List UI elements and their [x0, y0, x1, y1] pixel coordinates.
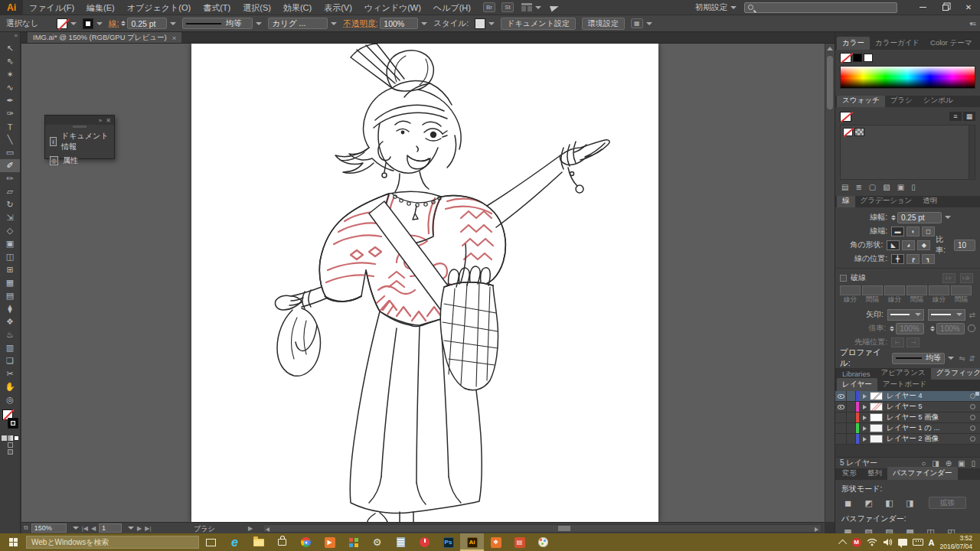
- symbol-sprayer-tool[interactable]: ♨: [0, 328, 20, 341]
- dash-gap-field[interactable]: [906, 285, 927, 295]
- target-circle-icon[interactable]: [970, 404, 975, 409]
- tab-color[interactable]: カラー: [837, 37, 870, 50]
- pen-tool[interactable]: ✒: [0, 94, 20, 107]
- layer-row[interactable]: レイヤー 1 の ...: [835, 423, 980, 434]
- layer-name[interactable]: レイヤー 2 画像: [887, 434, 970, 444]
- list-view-icon[interactable]: ≡: [949, 112, 962, 121]
- swatch-kinds-icon[interactable]: ≣: [855, 183, 861, 191]
- menu-item[interactable]: ウィンドウ(W): [358, 0, 427, 15]
- settings-button[interactable]: ⚙: [365, 533, 389, 551]
- hand-tool[interactable]: ✋: [0, 380, 20, 393]
- lasso-tool[interactable]: ∿: [0, 81, 20, 94]
- lock-toggle[interactable]: [847, 412, 856, 422]
- link-scales-icon[interactable]: [968, 324, 975, 332]
- dash-gap-field[interactable]: [884, 285, 905, 295]
- gradient-mode-button[interactable]: [8, 435, 13, 441]
- swatch-list[interactable]: [840, 125, 975, 180]
- expand-layer-icon[interactable]: [863, 405, 867, 409]
- dash-gap-field[interactable]: [929, 285, 949, 295]
- canvas[interactable]: »✕ i ドキュメント情報 ◎ 属性: [21, 44, 825, 522]
- lock-toggle[interactable]: [847, 434, 856, 444]
- illustrator-button[interactable]: Ai: [460, 533, 484, 551]
- target-circle-icon[interactable]: [970, 393, 975, 399]
- eraser-tool[interactable]: ▱: [0, 185, 20, 198]
- stroke-panel-link[interactable]: 線:: [109, 18, 119, 29]
- vertical-scrollbar[interactable]: [825, 44, 835, 522]
- horizontal-scrollbar[interactable]: [263, 524, 822, 533]
- minimize-button[interactable]: [911, 0, 934, 15]
- color-spectrum-ramp[interactable]: [840, 66, 975, 89]
- menu-item[interactable]: 表示(V): [318, 0, 358, 15]
- swatch-options-icon[interactable]: ▢: [869, 183, 876, 191]
- direct-selection-tool[interactable]: ⇖: [0, 55, 20, 68]
- registration-swatch[interactable]: [854, 128, 864, 136]
- stroke-weight-field[interactable]: 0.25 pt: [897, 212, 942, 223]
- floating-panel-item[interactable]: i ドキュメント情報: [45, 129, 114, 154]
- app-search-box[interactable]: [744, 2, 897, 13]
- cap-butt-button[interactable]: ▬: [891, 227, 904, 236]
- lock-toggle[interactable]: [847, 402, 856, 412]
- restore-button[interactable]: [934, 0, 957, 15]
- target-circle-icon[interactable]: [970, 425, 975, 431]
- dashed-line-checkbox[interactable]: [840, 275, 847, 282]
- prev-artboard-icon[interactable]: ◀: [91, 525, 96, 532]
- align-dash-icon[interactable]: ⊦⊪: [960, 273, 973, 283]
- media-app-button[interactable]: ▶: [318, 533, 341, 551]
- store-button[interactable]: [270, 533, 294, 551]
- paint-app-button[interactable]: [531, 533, 555, 551]
- scale-tool[interactable]: ⇲: [0, 211, 20, 224]
- graph-tool[interactable]: ▥: [0, 341, 20, 354]
- first-artboard-icon[interactable]: |◀: [82, 525, 88, 532]
- blend-tool[interactable]: ❖: [0, 315, 20, 328]
- type-tool[interactable]: T: [0, 120, 20, 133]
- perspective-grid-tool[interactable]: ⊞: [0, 263, 20, 276]
- visibility-toggle[interactable]: [835, 412, 847, 422]
- layer-name[interactable]: レイヤー 4: [887, 391, 970, 401]
- visibility-toggle[interactable]: [835, 423, 847, 433]
- document-setup-button[interactable]: ドキュメント設定: [501, 18, 575, 30]
- floating-panel-item[interactable]: ◎ 属性: [45, 154, 114, 168]
- opacity-panel-link[interactable]: 不透明度:: [343, 18, 377, 29]
- wifi-icon[interactable]: [867, 538, 877, 546]
- expand-button[interactable]: 拡張: [929, 497, 966, 509]
- orange-app-button[interactable]: ❖: [484, 533, 508, 551]
- screen-mode-button[interactable]: [8, 449, 13, 455]
- lock-toggle[interactable]: [847, 423, 856, 433]
- gpu-performance-icon[interactable]: [550, 3, 560, 11]
- delete-swatch-icon[interactable]: ▯: [911, 183, 916, 191]
- tab-transform[interactable]: 変形: [837, 467, 862, 480]
- line-segment-tool[interactable]: ╲: [0, 133, 20, 146]
- align-inside-button[interactable]: ┏: [906, 254, 920, 264]
- stroke-color-chip[interactable]: [83, 18, 93, 29]
- tab-color-guide[interactable]: カラーガイド: [870, 37, 925, 50]
- tab-brushes[interactable]: ブラシ: [885, 94, 918, 107]
- stroke-width-stepper[interactable]: [121, 21, 126, 26]
- menu-item[interactable]: 編集(E): [80, 0, 121, 15]
- file-explorer-button[interactable]: [247, 533, 270, 551]
- layer-row[interactable]: レイヤー 4: [835, 391, 980, 402]
- dash-gap-field[interactable]: [951, 285, 972, 295]
- align-center-button[interactable]: ╋: [891, 254, 904, 264]
- zoom-tool[interactable]: ◎: [0, 393, 20, 406]
- miter-limit-field[interactable]: 10: [954, 240, 975, 251]
- vertical-scroll-thumb[interactable]: [827, 56, 833, 109]
- rotate-tool[interactable]: ↻: [0, 198, 20, 211]
- layer-row[interactable]: レイヤー 5: [835, 402, 980, 412]
- panel-grip[interactable]: [73, 126, 87, 128]
- none-swatch[interactable]: [843, 128, 853, 136]
- artboard[interactable]: [191, 44, 658, 522]
- fill-color-chip[interactable]: [57, 18, 67, 29]
- last-artboard-icon[interactable]: ▶|: [145, 525, 151, 532]
- menu-item[interactable]: ヘルプ(H): [427, 0, 477, 15]
- fill-proxy-swatch[interactable]: [840, 53, 851, 63]
- chrome-button[interactable]: [294, 533, 318, 551]
- expand-layer-icon[interactable]: [863, 416, 867, 420]
- cap-round-button[interactable]: ◖: [906, 227, 920, 236]
- paintbrush-tool[interactable]: ✐: [0, 159, 20, 172]
- panel-close-icon[interactable]: ✕: [106, 117, 111, 124]
- tab-symbols[interactable]: シンボル: [918, 94, 959, 107]
- app-grid-button[interactable]: [341, 533, 365, 551]
- bridge-button[interactable]: Br: [483, 2, 495, 12]
- tip-extend-button[interactable]: ⊢: [891, 337, 904, 347]
- expand-layer-icon[interactable]: [863, 437, 867, 442]
